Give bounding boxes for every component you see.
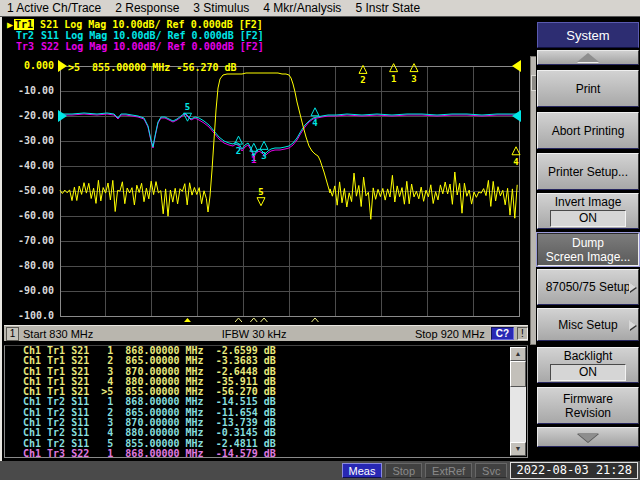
stop-status-indicator: Stop	[385, 463, 422, 478]
softkey-sidebar: System Print Abort Printing Printer Setu…	[536, 17, 640, 461]
up-arrow-icon	[577, 53, 599, 62]
submenu-arrow-icon	[629, 320, 636, 330]
stop-frequency-label: Stop 920 MHz	[415, 328, 485, 340]
svc-status-indicator: Svc	[475, 463, 507, 478]
softkey-label: Invert Image	[555, 195, 622, 209]
marker-number: 5	[258, 187, 263, 197]
marker-number: 3	[261, 151, 266, 161]
backlight-state: ON	[550, 364, 626, 381]
softkey-menu-title: System	[537, 22, 639, 48]
scroll-down-button[interactable]: ▼	[510, 442, 526, 456]
trace3-status-line[interactable]: Tr3 S22 Log Mag 10.00dB/ Ref 0.000dB [F2…	[15, 41, 264, 52]
y-axis-label: -90.00	[2, 285, 54, 296]
trace1-status-line[interactable]: ▶Tr1 S21 Log Mag 10.00dB/ Ref 0.000dB [F…	[7, 19, 263, 30]
marker-number: 2	[360, 75, 365, 85]
trace1-name: Tr1	[14, 19, 34, 30]
y-axis-label: -30.00	[2, 135, 54, 146]
marker-number: 1	[391, 74, 396, 84]
y-axis-label: -20.00	[2, 110, 54, 121]
marker-number: 2	[236, 146, 241, 156]
warning-badge: !	[517, 327, 528, 340]
menu-item-stimulus[interactable]: 3 Stimulus	[193, 1, 249, 15]
softkey-abort-printing[interactable]: Abort Printing	[537, 112, 639, 149]
trace2-name: Tr2	[15, 30, 35, 41]
marker-table-scrollbar-thumb[interactable]	[510, 361, 526, 387]
y-axis-label: -80.00	[2, 260, 54, 271]
softkey-invert-image[interactable]: Invert ImageON	[537, 193, 639, 229]
menu-item-instr-state[interactable]: 5 Instr State	[355, 1, 420, 15]
softkey-label: Misc Setup	[558, 318, 617, 332]
menu-item-response[interactable]: 2 Response	[115, 1, 179, 15]
correction-status-badge: C?	[491, 327, 514, 340]
stimulus-bar: 1 Start 830 MHz IFBW 30 kHz Stop 920 MHz…	[4, 325, 528, 341]
trace3-name: Tr3	[15, 41, 35, 52]
softkey-87050-75-setup[interactable]: 87050/75 Setup	[537, 269, 639, 305]
invert-image-state: ON	[550, 210, 626, 227]
softkey-firmware-revision[interactable]: Firmware Revision	[537, 387, 639, 424]
scroll-up-button[interactable]: ▲	[510, 347, 526, 361]
softkey-dump-screen-image[interactable]: Dump Screen Image...	[537, 233, 639, 266]
y-axis-label: -100.0	[2, 310, 54, 321]
active-trace-arrow-icon: ▶	[7, 19, 13, 30]
y-axis-label: -50.00	[2, 185, 54, 196]
softkey-label: 87050/75 Setup	[546, 280, 631, 294]
submenu-arrow-icon	[629, 282, 636, 292]
softkey-misc-setup[interactable]: Misc Setup	[537, 308, 639, 341]
softkey-backlight[interactable]: BacklightON	[537, 347, 639, 383]
marker-readout: >5 855.00000 MHz -56.270 dB	[68, 62, 237, 73]
y-axis-label: -10.00	[2, 85, 54, 96]
menu-item-active-ch-trace[interactable]: 1 Active Ch/Trace	[7, 1, 101, 15]
softkey-print[interactable]: Print	[537, 70, 639, 107]
meas-status-indicator: Meas	[342, 463, 383, 478]
trace2-format: S11 Log Mag 10.00dB/ Ref 0.000dB [F2]	[35, 30, 264, 41]
start-frequency-label: Start 830 MHz	[23, 328, 93, 340]
up-arrow-icon: ▲	[515, 350, 522, 357]
softkey-scroll-down-button[interactable]	[537, 427, 639, 447]
y-axis-label: -40.00	[2, 160, 54, 171]
down-arrow-icon	[577, 433, 599, 442]
down-arrow-icon: ▼	[515, 445, 522, 452]
trace2-status-line[interactable]: Tr2 S11 Log Mag 10.00dB/ Ref 0.000dB [F2…	[15, 30, 264, 41]
marker-number: 1	[251, 155, 256, 165]
softkey-scroll-up-button[interactable]	[537, 50, 639, 65]
ifbw-label: IFBW 30 kHz	[93, 328, 415, 340]
y-axis-label: -60.00	[2, 210, 54, 221]
marker-number: 5	[185, 102, 190, 112]
marker-number: 4	[312, 118, 318, 128]
trace3-format: S22 Log Mag 10.00dB/ Ref 0.000dB [F2]	[35, 41, 264, 52]
y-axis-label: 0.000	[2, 60, 54, 71]
marker-table-row: Ch1 Tr3 S22 1 868.00000 MHz -14.579 dB	[5, 449, 527, 458]
marker-table-scrollbar[interactable]: ▲ ▼	[510, 347, 526, 456]
y-axis-label: -70.00	[2, 235, 54, 246]
plot-area: 12345123451	[58, 53, 521, 322]
marker-table-rows: Ch1 Tr1 S21 1 868.00000 MHz -2.6599 dBCh…	[5, 346, 527, 458]
trace1-format: S21 Log Mag 10.00dB/ Ref 0.000dB [F2]	[34, 19, 263, 30]
date-time-display: 2022-08-03 21:28	[510, 462, 638, 479]
marker-number: 3	[411, 74, 416, 84]
channel-number-badge: 1	[6, 327, 19, 341]
softkey-label: Backlight	[564, 349, 613, 363]
marker-table: Ch1 Tr1 S21 1 868.00000 MHz -2.6599 dBCh…	[4, 345, 528, 458]
menu-bar: 1 Active Ch/Trace 2 Response 3 Stimulus …	[0, 0, 640, 17]
marker-number: 4	[513, 157, 519, 167]
extref-status-indicator: ExtRef	[425, 463, 472, 478]
status-bar: Meas Stop ExtRef Svc 2022-08-03 21:28	[0, 461, 640, 480]
menu-item-mkr-analysis[interactable]: 4 Mkr/Analysis	[263, 1, 341, 15]
softkey-printer-setup[interactable]: Printer Setup...	[537, 153, 639, 190]
